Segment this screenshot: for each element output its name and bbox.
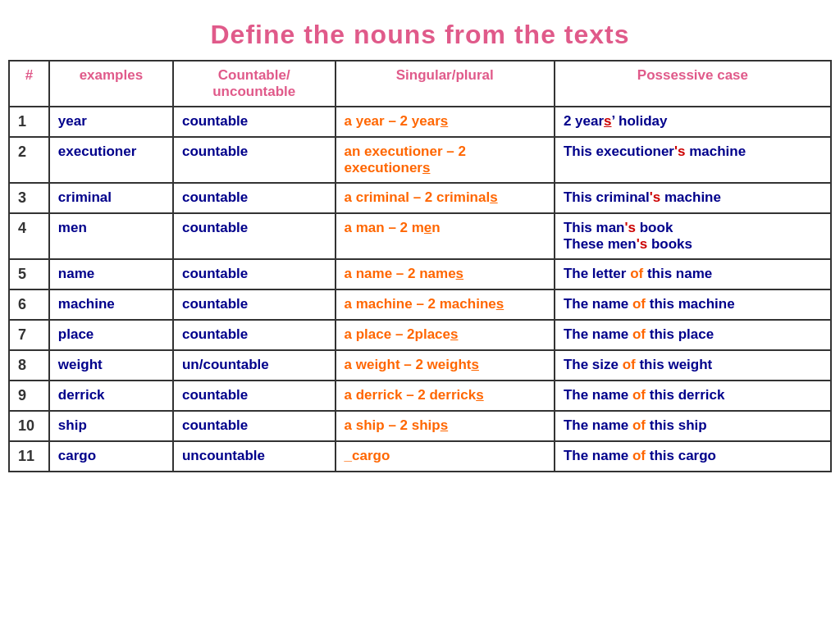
cell-example: weight (49, 350, 173, 381)
cell-example: machine (49, 289, 173, 320)
cell-example: men (49, 213, 173, 259)
cell-singular: a weight – 2 weights (336, 350, 555, 381)
cell-countable: countable (173, 107, 336, 137)
cell-possessive: This criminal's machine (555, 183, 831, 213)
cell-countable: countable (173, 320, 336, 350)
header-possessive: Possessive case (555, 61, 831, 107)
cell-possessive: The name of this cargo (555, 441, 831, 472)
cell-num: 10 (9, 411, 49, 441)
cell-possessive: 2 years’ holiday (555, 107, 831, 137)
cell-possessive: The name of this place (555, 320, 831, 350)
table-row: 2executionercountablean executioner – 2 … (9, 137, 831, 183)
cell-singular: a year – 2 years (336, 107, 555, 137)
cell-num: 6 (9, 289, 49, 320)
cell-singular: a man – 2 men (336, 213, 555, 259)
header-singular: Singular/plural (336, 61, 555, 107)
cell-num: 4 (9, 213, 49, 259)
cell-countable: countable (173, 183, 336, 213)
cell-num: 1 (9, 107, 49, 137)
cell-countable: countable (173, 213, 336, 259)
cell-num: 11 (9, 441, 49, 472)
cell-num: 2 (9, 137, 49, 183)
cell-countable: uncountable (173, 441, 336, 472)
cell-singular: _cargo (336, 441, 555, 472)
cell-num: 9 (9, 381, 49, 411)
cell-possessive: The letter of this name (555, 259, 831, 289)
cell-example: derrick (49, 381, 173, 411)
cell-example: cargo (49, 441, 173, 472)
cell-possessive: The size of this weight (555, 350, 831, 381)
header-num: # (9, 61, 49, 107)
cell-example: criminal (49, 183, 173, 213)
cell-countable: countable (173, 411, 336, 441)
cell-num: 7 (9, 320, 49, 350)
table-row: 9derrickcountablea derrick – 2 derricksT… (9, 381, 831, 411)
cell-possessive: The name of this ship (555, 411, 831, 441)
cell-example: year (49, 107, 173, 137)
cell-example: executioner (49, 137, 173, 183)
table-row: 6machinecountablea machine – 2 machinesT… (9, 289, 831, 320)
table-row: 4mencountablea man – 2 menThis man's boo… (9, 213, 831, 259)
cell-possessive: This executioner's machine (555, 137, 831, 183)
table-row: 8weightun/countablea weight – 2 weightsT… (9, 350, 831, 381)
cell-singular: a criminal – 2 criminals (336, 183, 555, 213)
cell-singular: a place – 2places (336, 320, 555, 350)
cell-possessive: The name of this derrick (555, 381, 831, 411)
table-row: 5namecountablea name – 2 namesThe letter… (9, 259, 831, 289)
cell-example: ship (49, 411, 173, 441)
cell-num: 8 (9, 350, 49, 381)
cell-example: name (49, 259, 173, 289)
cell-singular: an executioner – 2 executioners (336, 137, 555, 183)
cell-countable: countable (173, 137, 336, 183)
nouns-table: # examples Countable/ uncountable Singul… (8, 60, 832, 472)
cell-singular: a ship – 2 ships (336, 411, 555, 441)
cell-example: place (49, 320, 173, 350)
header-countable: Countable/ uncountable (173, 61, 336, 107)
cell-possessive: This man's bookThese men's books (555, 213, 831, 259)
cell-singular: a machine – 2 machines (336, 289, 555, 320)
cell-countable: countable (173, 381, 336, 411)
cell-countable: un/countable (173, 350, 336, 381)
cell-possessive: The name of this machine (555, 289, 831, 320)
table-row: 7placecountablea place – 2placesThe name… (9, 320, 831, 350)
table-row: 1yearcountablea year – 2 years2 years’ h… (9, 107, 831, 137)
cell-singular: a name – 2 names (336, 259, 555, 289)
table-row: 11cargouncountable_cargoThe name of this… (9, 441, 831, 472)
cell-num: 5 (9, 259, 49, 289)
page-title: Define the nouns from the texts (8, 8, 832, 60)
cell-num: 3 (9, 183, 49, 213)
header-examples: examples (49, 61, 173, 107)
cell-singular: a derrick – 2 derricks (336, 381, 555, 411)
table-row: 10shipcountablea ship – 2 shipsThe name … (9, 411, 831, 441)
cell-countable: countable (173, 289, 336, 320)
cell-countable: countable (173, 259, 336, 289)
table-row: 3criminalcountablea criminal – 2 crimina… (9, 183, 831, 213)
